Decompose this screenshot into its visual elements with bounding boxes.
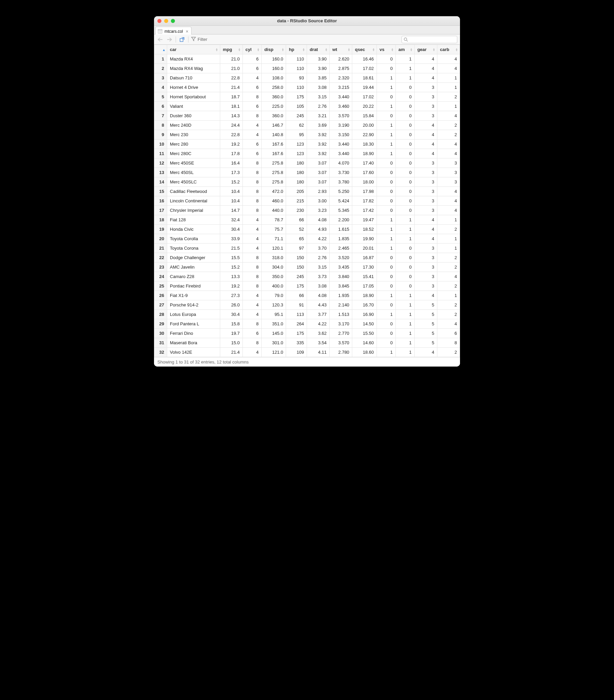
column-header-gear[interactable]: gear▲▼ [414, 45, 437, 54]
sort-icon: ▲▼ [257, 48, 260, 51]
cell-drat: 2.76 [307, 253, 329, 262]
column-header-disp[interactable]: disp▲▼ [261, 45, 286, 54]
cell-hp: 245 [286, 272, 307, 282]
search-input[interactable] [402, 36, 457, 43]
table-row[interactable]: 32Volvo 142E21.44121.01094.112.78018.601… [154, 348, 460, 357]
cell-cyl: 8 [242, 206, 261, 215]
cell-vs: 0 [377, 187, 396, 196]
table-row[interactable]: 13Merc 450SL17.38275.81803.073.73017.600… [154, 168, 460, 177]
cell-car: Toyota Corolla [167, 234, 220, 243]
table-row[interactable]: 2Mazda RX4 Wag21.06160.01103.902.87517.0… [154, 64, 460, 73]
cell-gear: 3 [414, 243, 437, 253]
cell-mpg: 17.8 [220, 149, 242, 159]
row-number: 28 [154, 310, 167, 319]
table-row[interactable]: 20Toyota Corolla33.9471.1654.221.83519.9… [154, 234, 460, 243]
cell-gear: 3 [414, 111, 437, 121]
column-header-vs[interactable]: vs▲▼ [377, 45, 396, 54]
table-row[interactable]: 15Cadillac Fleetwood10.48472.02052.935.2… [154, 187, 460, 196]
table-row[interactable]: 29Ford Pantera L15.88351.02644.223.17014… [154, 319, 460, 329]
column-header-drat[interactable]: drat▲▼ [307, 45, 329, 54]
forward-button[interactable] [166, 36, 173, 43]
table-row[interactable]: 7Duster 36014.38360.02453.213.57015.8400… [154, 111, 460, 121]
cell-disp: 440.0 [261, 206, 286, 215]
table-row[interactable]: 26Fiat X1-927.3479.0664.081.93518.901141 [154, 291, 460, 300]
cell-carb: 2 [437, 130, 460, 139]
cell-carb: 3 [437, 177, 460, 187]
back-button[interactable] [157, 36, 163, 43]
table-row[interactable]: 31Maserati Bora15.08301.03353.543.57014.… [154, 338, 460, 348]
column-header-car[interactable]: car▲▼ [167, 45, 220, 54]
minimize-window-button[interactable] [164, 19, 168, 23]
cell-carb: 2 [437, 348, 460, 357]
status-bar: Showing 1 to 31 of 32 entries, 12 total … [154, 357, 460, 366]
table-row[interactable]: 3Datsun 71022.84108.0933.852.32018.61114… [154, 73, 460, 83]
cell-wt: 2.780 [330, 348, 352, 357]
column-header-qsec[interactable]: qsec▲▼ [352, 45, 377, 54]
cell-wt: 2.320 [330, 73, 352, 83]
table-row[interactable]: 1Mazda RX421.06160.01103.902.62016.46014… [154, 54, 460, 64]
table-row[interactable]: 16Lincoln Continental10.48460.02153.005.… [154, 196, 460, 206]
cell-drat: 3.85 [307, 73, 329, 83]
cell-hp: 123 [286, 139, 307, 149]
table-row[interactable]: 23AMC Javelin15.28304.01503.153.43517.30… [154, 262, 460, 272]
row-number: 26 [154, 291, 167, 300]
cell-qsec: 14.60 [352, 338, 377, 348]
table-row[interactable]: 25Pontiac Firebird19.28400.01753.083.845… [154, 282, 460, 291]
table-row[interactable]: 19Honda Civic30.4475.7524.931.61518.5211… [154, 225, 460, 234]
table-row[interactable]: 8Merc 240D24.44146.7623.693.19020.001042 [154, 121, 460, 130]
cell-cyl: 8 [242, 319, 261, 329]
cell-vs: 1 [377, 243, 396, 253]
column-header-wt[interactable]: wt▲▼ [330, 45, 352, 54]
table-row[interactable]: 10Merc 28019.26167.61233.923.44018.30104… [154, 139, 460, 149]
cell-gear: 3 [414, 168, 437, 177]
cell-mpg: 13.3 [220, 272, 242, 282]
column-header-hp[interactable]: hp▲▼ [286, 45, 307, 54]
cell-cyl: 4 [242, 215, 261, 225]
table-row[interactable]: 4Hornet 4 Drive21.46258.01103.083.21519.… [154, 83, 460, 92]
cell-carb: 4 [437, 319, 460, 329]
cell-drat: 3.07 [307, 168, 329, 177]
row-number: 4 [154, 83, 167, 92]
cell-am: 1 [396, 64, 414, 73]
table-row[interactable]: 14Merc 450SLC15.28275.81803.073.78018.00… [154, 177, 460, 187]
column-header-am[interactable]: am▲▼ [396, 45, 414, 54]
column-header-mpg[interactable]: mpg▲▼ [220, 45, 242, 54]
close-tab-icon[interactable]: × [186, 29, 188, 34]
cell-am: 1 [396, 319, 414, 329]
table-row[interactable]: 17Chrysler Imperial14.78440.02303.235.34… [154, 206, 460, 215]
cell-mpg: 16.4 [220, 159, 242, 168]
popout-button[interactable] [179, 36, 185, 43]
cell-carb: 4 [437, 149, 460, 159]
table-row[interactable]: 5Hornet Sportabout18.78360.01753.153.440… [154, 92, 460, 102]
table-row[interactable]: 6Valiant18.16225.01052.763.46020.221031 [154, 102, 460, 111]
cell-mpg: 30.4 [220, 225, 242, 234]
sort-icon: ▲▼ [281, 48, 284, 51]
cell-disp: 304.0 [261, 262, 286, 272]
filter-icon [191, 37, 196, 42]
table-row[interactable]: 30Ferrari Dino19.76145.01753.622.77015.5… [154, 329, 460, 338]
cell-vs: 1 [377, 234, 396, 243]
table-row[interactable]: 28Lotus Europa30.4495.11133.771.51316.90… [154, 310, 460, 319]
table-row[interactable]: 27Porsche 914-226.04120.3914.432.14016.7… [154, 300, 460, 310]
row-number: 17 [154, 206, 167, 215]
cell-cyl: 6 [242, 64, 261, 73]
table-row[interactable]: 11Merc 280C17.86167.61233.923.44018.9010… [154, 149, 460, 159]
cell-cyl: 8 [242, 168, 261, 177]
table-row[interactable]: 21Toyota Corona21.54120.1973.702.46520.0… [154, 243, 460, 253]
zoom-window-button[interactable] [171, 19, 175, 23]
table-row[interactable]: 12Merc 450SE16.48275.81803.074.07017.400… [154, 159, 460, 168]
filter-button[interactable]: Filter [191, 37, 208, 42]
table-row[interactable]: 24Camaro Z2813.38350.02453.733.84015.410… [154, 272, 460, 282]
column-header-cyl[interactable]: cyl▲▼ [242, 45, 261, 54]
cell-wt: 1.835 [330, 234, 352, 243]
table-row[interactable]: 18Fiat 12832.4478.7664.082.20019.471141 [154, 215, 460, 225]
cell-mpg: 22.8 [220, 130, 242, 139]
cell-hp: 95 [286, 130, 307, 139]
close-window-button[interactable] [158, 19, 161, 23]
table-row[interactable]: 22Dodge Challenger15.58318.01502.763.520… [154, 253, 460, 262]
row-number: 7 [154, 111, 167, 121]
table-row[interactable]: 9Merc 23022.84140.8953.923.15022.901042 [154, 130, 460, 139]
rownum-header[interactable]: ▲ [154, 45, 167, 54]
tab-mtcars[interactable]: mtcars.col × [155, 27, 191, 35]
column-header-carb[interactable]: carb▲▼ [437, 45, 460, 54]
